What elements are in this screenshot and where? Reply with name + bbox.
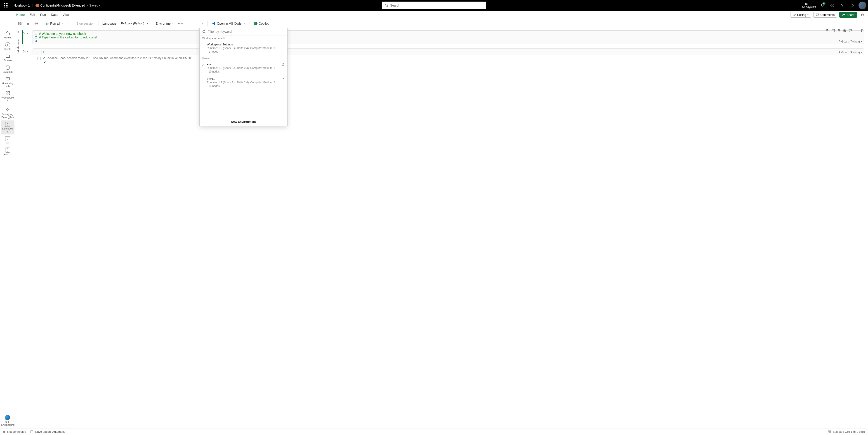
env-option-subtitle: Runtime: 1.2 (Spark 3.4, Delta 2.4), Com… — [207, 81, 277, 88]
help-icon: ? — [841, 3, 843, 7]
connection-status[interactable]: Not connected — [3, 430, 26, 433]
execution-status-text: -Apache Spark session ready in 15 sec 73… — [47, 56, 191, 60]
search-box[interactable] — [382, 2, 486, 9]
topbar-right: Trial: 57 days left 6 ? — [802, 2, 866, 9]
output-actions-button[interactable]: ··· — [33, 60, 43, 64]
more-cell-actions-button[interactable]: ··· — [854, 29, 858, 33]
stop-session-button[interactable]: Stop session — [70, 21, 96, 26]
sensitivity-text: Confidential\Microsoft Extended — [40, 4, 85, 7]
help-button[interactable]: ? — [839, 2, 846, 9]
tab-data[interactable]: Data — [51, 11, 58, 18]
cell-selection-info[interactable]: Selected Cell 1 of 2 cells — [833, 430, 865, 433]
separator — [152, 21, 152, 26]
svg-line-1 — [387, 6, 388, 7]
open-vscode-button[interactable]: Open in VS Code ▾ — [210, 21, 247, 26]
persona-switcher[interactable]: Data Engineering — [1, 413, 14, 428]
cell-grid-icon — [828, 430, 831, 433]
open-external-icon[interactable] — [282, 77, 285, 81]
new-environment-button[interactable]: New Environment — [199, 117, 287, 126]
status-dot-icon — [3, 431, 5, 433]
env-option-env[interactable]: ✓ env Runtime: 1.2 (Spark 3.4, Delta 2.4… — [199, 61, 287, 75]
env-option-title: env — [207, 63, 284, 66]
cell-menu-caret[interactable]: ⌄ — [26, 49, 29, 53]
toolbar-settings-button[interactable] — [33, 21, 40, 26]
cell-gutter: ▷ ⌄ — [23, 49, 33, 64]
comments-button[interactable]: Comments — [813, 12, 837, 18]
rail-workspaces[interactable]: Workspaces — [1, 90, 14, 103]
notifications-button[interactable]: 6 — [819, 2, 826, 9]
tab-run[interactable]: Run — [39, 11, 46, 18]
run-all-label: Run all — [50, 22, 60, 25]
rail-create[interactable]: + Create — [1, 41, 14, 52]
copilot-button[interactable]: Copilot — [252, 21, 271, 26]
rail-home[interactable]: Home — [1, 29, 14, 40]
cell-language-selector[interactable]: PySpark (Python) ▾ — [839, 40, 862, 43]
code-text: 1+1 — [39, 50, 44, 54]
delete-cell-button[interactable] — [861, 29, 864, 33]
language-dropdown[interactable]: PySpark (Python) ▾ — [119, 21, 149, 26]
save-option[interactable]: Save option: Automatic — [30, 430, 65, 433]
rail-datahub-label: Data hub — [2, 70, 13, 73]
notebook-title[interactable]: Notebook 1 — [13, 4, 33, 7]
cell-language-selector[interactable]: PySpark (Python) ▾ — [839, 51, 862, 54]
svg-rect-19 — [830, 431, 831, 431]
lock-cell-button[interactable] — [837, 29, 841, 33]
link-icon — [850, 3, 854, 7]
tab-edit[interactable]: Edit — [29, 11, 35, 18]
settings-button[interactable] — [829, 2, 836, 9]
line-number: 1 — [33, 50, 39, 54]
open-external-icon[interactable] — [282, 63, 285, 66]
save-status[interactable]: - Saved ▾ — [87, 4, 100, 7]
run-all-button[interactable]: ▷ Run all ▾ — [44, 21, 65, 26]
main-area: Home + Create Browse Data hub Monitoring… — [0, 28, 868, 428]
env-option-env11[interactable]: env11 Runtime: 1.2 (Spark 3.4, Delta 2.4… — [199, 75, 287, 90]
save-icon — [30, 430, 33, 433]
rail-env11[interactable]: env11 — [1, 146, 14, 157]
tab-home[interactable]: Home — [16, 11, 25, 18]
monitor-icon — [5, 76, 10, 82]
app-launcher-button[interactable] — [2, 1, 11, 10]
check-icon: ✓ — [43, 56, 45, 60]
freeze-cell-button[interactable] — [843, 29, 846, 33]
convert-cell-button[interactable] — [832, 29, 835, 33]
feedback-button[interactable] — [848, 2, 856, 9]
cell-editor[interactable]: 1# Welcome to your new notebook 2# Type … — [33, 30, 864, 44]
search-input[interactable] — [390, 4, 483, 7]
rail-notebook1[interactable]: Notebook 1 — [1, 120, 14, 134]
editing-mode-button[interactable]: Editing ▾ — [790, 12, 811, 18]
markdown-button[interactable]: M↓ — [826, 29, 829, 33]
rail-env[interactable]: env — [1, 135, 14, 146]
rail-datahub[interactable]: Data hub — [1, 64, 14, 75]
chevron-down-icon: ▾ — [861, 51, 862, 54]
env-option-title: env11 — [207, 77, 284, 81]
rail-monitoring[interactable]: Monitoring hub — [1, 75, 14, 89]
sensitivity-label[interactable]: Confidential\Microsoft Extended — [35, 4, 85, 7]
environment-value: env — [178, 22, 183, 25]
share-button[interactable]: Share — [839, 12, 857, 18]
account-avatar[interactable] — [859, 2, 866, 9]
rail-browse-label: Browse — [3, 59, 12, 62]
env-option-workspace-settings[interactable]: Workspace Settings Runtime: 1.2 (Spark 3… — [199, 41, 287, 55]
download-button[interactable] — [24, 21, 32, 26]
expand-lakehouses-button[interactable]: » — [17, 29, 20, 34]
rail-shuaijun-label: Shuaijun_Demo_Env — [1, 113, 14, 119]
comment-cell-button[interactable] — [848, 29, 852, 33]
copilot-panel-button[interactable] — [860, 12, 866, 18]
svg-line-17 — [205, 32, 206, 33]
cell-menu-caret[interactable]: ⌄ — [26, 31, 29, 34]
environment-dropdown[interactable]: env ▾ — [176, 21, 205, 26]
cell-editor[interactable]: 11+1 PySpark (Python) ▾ — [33, 49, 864, 55]
trial-status[interactable]: Trial: 57 days left — [802, 2, 816, 9]
run-cell-button[interactable]: ▷ — [23, 31, 26, 35]
rail-shuaijun-env[interactable]: Shuaijun_Demo_Env — [1, 106, 14, 120]
search-icon — [202, 30, 206, 33]
rail-browse[interactable]: Browse — [1, 52, 14, 63]
gear-icon — [34, 22, 38, 25]
sensitivity-icon — [35, 4, 39, 7]
save-button[interactable] — [16, 21, 24, 26]
tab-view[interactable]: View — [62, 11, 70, 18]
environment-filter-input[interactable] — [208, 30, 285, 33]
chevron-down-icon: ▾ — [244, 22, 246, 25]
run-cell-button[interactable]: ▷ — [23, 49, 26, 53]
persona-label: Data Engineering — [1, 421, 15, 427]
